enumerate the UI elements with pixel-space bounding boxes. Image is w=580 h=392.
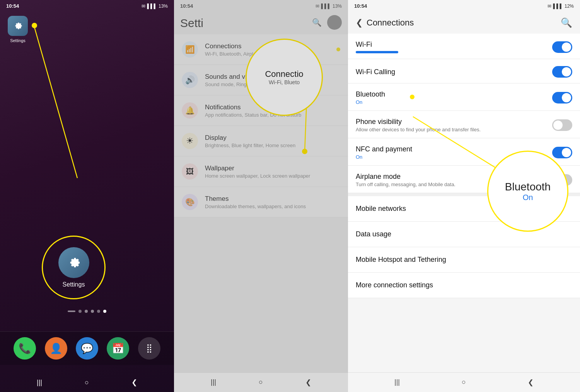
nav-home-home[interactable]: ○ [85, 378, 89, 387]
notif-icon-sym: 🔔 [185, 106, 195, 115]
connections-bubble: Connectio Wi-Fi, Blueto [246, 39, 323, 116]
settings-header: Setti 🔍 [174, 12, 348, 34]
conn-item-bluetooth[interactable]: Bluetooth On [348, 83, 580, 111]
search-icon-settings[interactable]: 🔍 [312, 18, 322, 27]
nav-home-connections[interactable]: ○ [462, 378, 466, 387]
wifi-bar [356, 51, 398, 53]
wallpaper-text: Wallpaper Home screen wallpaper, Lock sc… [205, 165, 310, 179]
display-sub: Brightness, Blue light filter, Home scre… [205, 143, 295, 148]
connections-screen: 10:54 ✉ ▌▌▌ 12% ❮ Connections 🔍 Wi-Fi Wi… [348, 0, 580, 392]
page-dots [68, 310, 106, 313]
wifi-icon-item: 📶 [185, 45, 195, 54]
status-bar-settings: 10:54 ✉ ▌▌▌ 13% [174, 0, 348, 12]
signal-icon-c: ▌▌▌ [553, 3, 563, 9]
bluetooth-annotation-dot [410, 95, 415, 99]
nav-home-settings[interactable]: ○ [259, 378, 263, 387]
conn-item-phone-visibility[interactable]: Phone visibility Allow other devices to … [348, 111, 580, 138]
status-icons-home: ✉ ▌▌▌ 13% [142, 3, 168, 9]
phone-visibility-sub: Allow other devices to find your phone a… [356, 127, 481, 132]
time-connections: 10:54 [354, 3, 367, 9]
themes-icon-item: 🎨 [182, 194, 198, 210]
connections-item-icon: 📶 [182, 41, 198, 58]
wifi-calling-title: Wi-Fi Calling [356, 68, 395, 76]
profile-icon[interactable] [327, 15, 342, 30]
bubble-connections-title: Connectio [265, 69, 303, 79]
wifi-title: Wi-Fi [356, 41, 398, 49]
mail-icon-c: ✉ [548, 3, 551, 9]
settings-circle-annotation: Settings [42, 236, 106, 299]
nav-bar-settings: ||| ○ ❮ [174, 372, 348, 392]
settings-item-wallpaper[interactable]: 🖼 Wallpaper Home screen wallpaper, Lock … [174, 156, 348, 187]
settings-app-icon-small[interactable]: Settings [8, 16, 28, 43]
page-dot-1 [78, 310, 82, 313]
display-text: Display Brightness, Blue light filter, H… [205, 134, 295, 148]
connections-dot [336, 48, 340, 51]
svg-line-0 [34, 26, 77, 178]
nfc-toggle[interactable] [552, 147, 572, 158]
battery-settings: 13% [333, 3, 342, 9]
status-bar-connections: 10:54 ✉ ▌▌▌ 12% [348, 0, 580, 12]
bluetooth-toggle[interactable] [552, 92, 572, 104]
mail-icon: ✉ [142, 3, 145, 9]
settings-screen: 10:54 ✉ ▌▌▌ 13% Setti 🔍 📶 Connections Wi… [174, 0, 348, 392]
phone-visibility-left: Phone visibility Allow other devices to … [356, 118, 481, 132]
nav-recent-settings[interactable]: ❮ [305, 378, 311, 387]
page-dot-lines [68, 311, 75, 312]
nfc-title: NFC and payment [356, 145, 412, 153]
settings-item-display[interactable]: ☀ Display Brightness, Blue light filter,… [174, 126, 348, 156]
status-bar-home: 10:54 ✉ ▌▌▌ 13% [0, 0, 174, 12]
display-title: Display [205, 134, 295, 142]
notif-icon-item: 🔔 [182, 102, 198, 119]
bluetooth-bubble: Bluetooth On [487, 151, 568, 232]
wifi-toggle[interactable] [552, 41, 572, 53]
page-dot-3 [91, 310, 94, 313]
conn-item-wifi-calling[interactable]: Wi-Fi Calling [348, 59, 580, 83]
home-screen: 10:54 ✉ ▌▌▌ 13% Settings [0, 0, 174, 392]
nav-bar-connections: ||| ○ ❮ [348, 372, 580, 392]
dock-apps[interactable]: ⣿ [138, 337, 160, 360]
nav-recent-home[interactable]: ❮ [131, 378, 137, 387]
conn-item-wifi[interactable]: Wi-Fi [348, 34, 580, 59]
dock-messages[interactable]: 💬 [76, 337, 98, 360]
settings-circle-label: Settings [63, 281, 85, 288]
back-button[interactable]: ❮ [356, 18, 363, 28]
conn-item-more-connections[interactable]: More connection settings [348, 273, 580, 298]
time-home: 10:54 [6, 3, 19, 9]
nav-recent-connections[interactable]: ❮ [528, 378, 534, 387]
settings-header-icons: 🔍 [312, 15, 342, 30]
conn-item-hotspot[interactable]: Mobile Hotspot and Tethering [348, 247, 580, 273]
bt-bubble-on: On [523, 193, 533, 202]
nav-back-settings[interactable]: ||| [211, 378, 216, 387]
settings-icon-box-small [8, 16, 28, 36]
nfc-left: NFC and payment On [356, 145, 412, 160]
themes-sub: Downloadable themes, wallpapers, and ico… [205, 204, 306, 209]
page-dot-4 [97, 310, 100, 313]
bluetooth-status: On [356, 99, 385, 105]
annotation-dot-1 [32, 23, 37, 28]
dock-phone[interactable]: 📞 [14, 337, 36, 360]
phone-visibility-toggle[interactable] [552, 119, 572, 131]
battery-home: 13% [159, 3, 168, 9]
more-connections-title: More connection settings [356, 281, 433, 289]
wallpaper-icon-item: 🖼 [182, 163, 198, 180]
phone-visibility-title: Phone visibility [356, 118, 481, 126]
wallpaper-icon-sym: 🖼 [186, 167, 194, 176]
bubble-connections-sub: Wi-Fi, Blueto [269, 79, 300, 85]
nav-bar-home: ||| ○ ❮ [0, 373, 174, 392]
nav-back-home[interactable]: ||| [37, 378, 42, 387]
dock-calendar[interactable]: 📅 [107, 337, 129, 360]
status-icons-settings: ✉ ▌▌▌ 13% [316, 3, 342, 9]
wifi-item-left: Wi-Fi [356, 41, 398, 53]
wallpaper-title: Wallpaper [205, 165, 310, 172]
dock-contacts[interactable]: 👤 [45, 337, 67, 360]
airplane-sub: Turn off calling, messaging, and Mobile … [356, 182, 455, 187]
wifi-calling-left: Wi-Fi Calling [356, 68, 395, 76]
page-dot-2 [85, 310, 88, 313]
search-icon-connections[interactable]: 🔍 [561, 17, 572, 28]
data-usage-title: Data usage [356, 230, 391, 238]
gear-icon-big [66, 255, 82, 270]
signal-icon-s: ▌▌▌ [321, 3, 331, 9]
settings-item-themes[interactable]: 🎨 Themes Downloadable themes, wallpapers… [174, 187, 348, 217]
wifi-calling-toggle[interactable] [552, 66, 572, 78]
nav-back-connections[interactable]: ||| [394, 378, 400, 387]
